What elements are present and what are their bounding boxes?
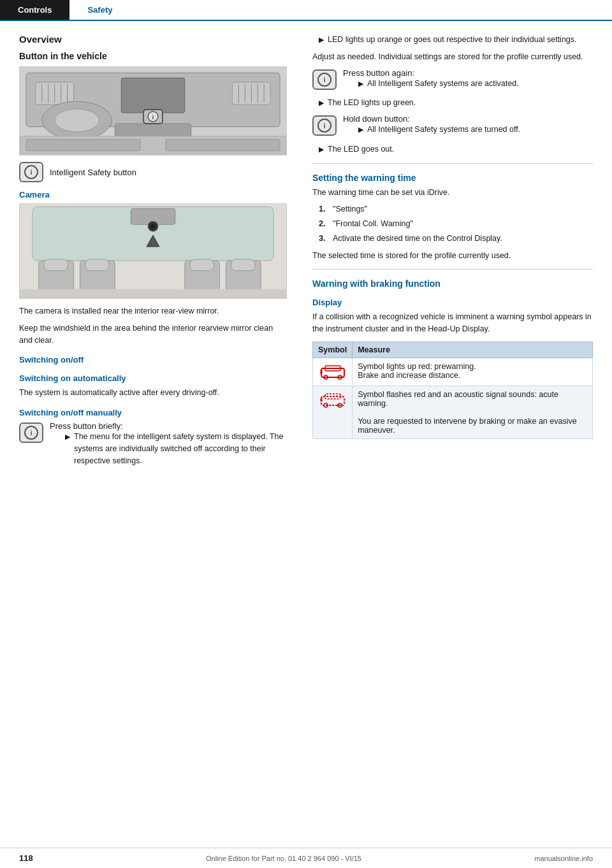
switching-auto-para: The system is automatically active after… <box>19 387 287 399</box>
press-bullet-1: ▶ The menu for the intelligent safety sy… <box>50 431 287 467</box>
svg-rect-29 <box>85 259 110 271</box>
camera-para2: Keep the windshield in the area behind t… <box>19 322 287 347</box>
hold-down-icon: i <box>312 115 337 136</box>
table-header-measure: Measure <box>353 342 593 358</box>
num-3: 3. <box>319 233 328 245</box>
led-bullet-text: LED lights up orange or goes out respect… <box>328 34 577 46</box>
svg-text:i: i <box>152 114 154 120</box>
num-1: 1. <box>319 203 328 215</box>
press-again-bullet-text: All Intelligent Safety systems are activ… <box>367 78 519 90</box>
press-bullet-text-1: The menu for the intelligent safety syst… <box>74 431 287 467</box>
table-symbol-1 <box>313 358 353 386</box>
intelligent-safety-row: i Intelligent Safety button <box>19 162 287 182</box>
right-column: ▶ LED lights up orange or goes out respe… <box>300 34 612 474</box>
overview-title: Overview <box>19 34 287 45</box>
warning-braking-title: Warning with braking function <box>312 278 593 289</box>
hold-down-content: Hold down button: ▶ All Intelligent Safe… <box>343 114 593 138</box>
setting-warning-para: The warning time can be set via iDrive. <box>312 187 593 199</box>
num-2: 2. <box>319 218 328 230</box>
hold-down-bullet-1: ▶ All Intelligent Safety systems are tur… <box>343 124 593 136</box>
table-header-symbol: Symbol <box>313 342 353 358</box>
i-icon-2: i <box>24 426 38 440</box>
settings-item-3: 3. Activate the desired time on the Cont… <box>312 233 593 245</box>
press-again-label: Press button again: <box>343 68 414 78</box>
camera-section-title: Camera <box>19 190 287 199</box>
page-number: 118 <box>19 853 33 863</box>
tab-safety[interactable]: Safety <box>69 0 130 20</box>
press-button-icon: i <box>19 423 43 443</box>
header-tabs: Controls Safety <box>0 0 612 21</box>
arrow-icon-led: ▶ <box>319 34 324 45</box>
press-again-icon: i <box>312 69 337 90</box>
adjust-para: Adjust as needed. Individual settings ar… <box>312 51 593 63</box>
left-column: Overview Button in the vehicle <box>0 34 300 474</box>
i-icon-3: i <box>317 73 332 87</box>
svg-point-20 <box>55 109 99 132</box>
led-bullet: ▶ LED lights up orange or goes out respe… <box>312 34 593 46</box>
footer-site: manualsonline.info <box>534 855 593 862</box>
settings-text-2: "Frontal Coll. Warning" <box>333 218 413 230</box>
warning-table: Symbol Measure <box>312 342 593 439</box>
hold-down-bullet-text: All Intelligent Safety systems are turne… <box>367 124 520 136</box>
divider-2 <box>312 269 593 270</box>
switching-auto-title: Switching on automatically <box>19 373 287 383</box>
intelligent-safety-label: Intelligent Safety button <box>50 168 136 177</box>
svg-rect-35 <box>190 259 214 271</box>
display-subtitle: Display <box>312 298 593 307</box>
svg-rect-37 <box>231 259 255 271</box>
press-button-content: Press button briefly: ▶ The menu for the… <box>50 421 287 469</box>
table-measure-2: Symbol flashes red and an acoustic signa… <box>353 386 593 438</box>
main-content: Overview Button in the vehicle <box>0 21 612 500</box>
display-para: If a collision with a recognized vehicle… <box>312 311 593 335</box>
press-button-block: i Press button briefly: ▶ The menu for t… <box>19 421 287 469</box>
press-again-bullet-1: ▶ All Intelligent Safety systems are act… <box>343 78 593 90</box>
settings-text-3: Activate the desired time on the Control… <box>333 233 502 245</box>
hold-down-block: i Hold down button: ▶ All Intelligent Sa… <box>312 114 593 138</box>
press-button-label: Press button briefly: <box>50 421 123 431</box>
arrow-icon-3: ▶ <box>358 124 363 135</box>
settings-item-1: 1. "Settings" <box>312 203 593 215</box>
i-icon-4: i <box>317 119 332 133</box>
tab-controls[interactable]: Controls <box>0 0 69 20</box>
arrow-icon-1: ▶ <box>65 431 70 442</box>
switching-title: Switching on/off <box>19 355 287 365</box>
svg-point-32 <box>150 224 156 229</box>
table-symbol-2 <box>313 386 353 438</box>
led-green-bullet: ▶ The LED lights up green. <box>312 97 593 109</box>
hold-down-label: Hold down button: <box>343 114 410 124</box>
footer: 118 Online Edition for Part no. 01 40 2 … <box>0 848 612 868</box>
camera-interior-image <box>19 203 287 299</box>
svg-rect-38 <box>20 289 286 299</box>
table-row: Symbol lights up red: prewarning. Brake … <box>313 358 593 386</box>
footer-text: Online Edition for Part no. 01 40 2 964 … <box>206 855 361 862</box>
divider-1 <box>312 163 593 164</box>
table-row: Symbol flashes red and an acoustic signa… <box>313 386 593 438</box>
switching-manual-title: Switching on/off manually <box>19 408 287 417</box>
svg-rect-23 <box>166 140 280 151</box>
arrow-icon-2: ▶ <box>358 78 363 89</box>
svg-rect-15 <box>121 78 185 113</box>
arrow-icon-out: ▶ <box>319 144 324 155</box>
settings-item-2: 2. "Frontal Coll. Warning" <box>312 218 593 230</box>
table-measure-1: Symbol lights up red: prewarning. Brake … <box>353 358 593 386</box>
intelligent-safety-icon: i <box>19 162 43 182</box>
press-again-content: Press button again: ▶ All Intelligent Sa… <box>343 68 593 92</box>
camera-para1: The camera is installed near the interio… <box>19 305 287 317</box>
led-out-bullet: ▶ The LED goes out. <box>312 143 593 156</box>
settings-stored-para: The selected time is stored for the prof… <box>312 250 593 262</box>
led-out-text: The LED goes out. <box>328 143 394 156</box>
i-icon: i <box>24 165 38 179</box>
arrow-icon-green: ▶ <box>319 98 324 108</box>
led-green-text: The LED lights up green. <box>328 97 416 109</box>
svg-rect-27 <box>44 259 68 271</box>
button-section-title: Button in the vehicle <box>19 51 287 61</box>
press-again-block: i Press button again: ▶ All Intelligent … <box>312 68 593 92</box>
settings-text-1: "Settings" <box>333 203 367 215</box>
svg-rect-22 <box>26 140 140 151</box>
vehicle-interior-image: i <box>19 66 287 156</box>
setting-warning-title: Setting the warning time <box>312 173 593 183</box>
